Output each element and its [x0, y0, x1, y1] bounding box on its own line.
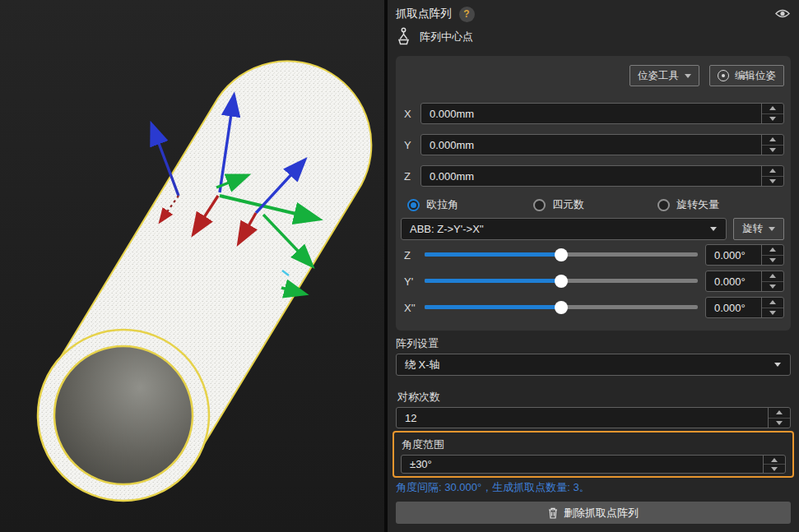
euler-convention-select[interactable]: ABB: Z->Y'->X'' — [401, 218, 727, 240]
symmetry-count-input[interactable]: 12 — [396, 407, 791, 428]
x-spinner — [761, 104, 783, 123]
angle-range-input[interactable]: ±30° — [401, 455, 786, 474]
spin-down-button[interactable] — [764, 465, 785, 473]
array-settings-label: 阵列设置 — [396, 336, 439, 351]
slider-z-value-box[interactable]: 0.000° — [705, 244, 784, 266]
array-center-point-row: 阵列中心点 — [395, 27, 473, 46]
slider-x-value-box[interactable]: 0.000° — [705, 297, 784, 318]
x-value[interactable]: 0.000mm — [421, 104, 761, 123]
slider-fill — [425, 252, 561, 257]
edit-pose-icon — [718, 70, 729, 81]
spin-down-button[interactable] — [762, 282, 783, 292]
rotate-label: 旋转 — [742, 222, 763, 236]
spinner — [768, 408, 790, 428]
y-input[interactable]: 0.000mm — [420, 134, 784, 155]
app-window: 抓取点阵列 ? 阵列中心点 位姿工具 — [0, 0, 799, 532]
grasp-point-icon — [395, 27, 412, 46]
slider-x-value[interactable]: 0.000° — [706, 298, 761, 317]
panel-header: 抓取点阵列 ? — [396, 5, 475, 23]
up-arrow-icon — [776, 410, 783, 414]
radio-rotation-vector[interactable]: 旋转矢量 — [657, 197, 719, 212]
array-axis-select[interactable]: 绕 X-轴 — [396, 354, 791, 376]
angle-range-value[interactable]: ±30° — [402, 456, 763, 473]
spin-down-button[interactable] — [762, 308, 783, 318]
spin-up-button[interactable] — [762, 245, 783, 256]
up-arrow-icon — [769, 300, 776, 304]
down-arrow-icon — [769, 148, 776, 152]
y-spinner — [761, 135, 783, 155]
pose-tools-label: 位姿工具 — [638, 69, 679, 83]
spin-up-button[interactable] — [762, 271, 783, 282]
euler-convention-row: ABB: Z->Y'->X'' 旋转 — [401, 218, 784, 240]
spinner — [763, 456, 785, 473]
visibility-toggle[interactable] — [775, 7, 790, 22]
up-arrow-icon — [769, 169, 776, 173]
spin-down-button[interactable] — [762, 256, 783, 266]
up-arrow-icon — [769, 274, 776, 278]
z-spinner — [761, 166, 783, 186]
slider-y[interactable] — [425, 271, 698, 292]
down-arrow-icon — [769, 179, 776, 183]
up-arrow-icon — [769, 106, 776, 110]
slider-z-label: Z — [404, 249, 425, 261]
spin-up-button[interactable] — [764, 456, 785, 465]
symmetry-count-label: 对称次数 — [397, 390, 440, 405]
down-arrow-icon — [769, 285, 776, 289]
array-axis-value: 绕 X-轴 — [397, 358, 774, 372]
slider-thumb[interactable] — [555, 248, 568, 261]
radio-rotation-vector-label: 旋转矢量 — [676, 197, 719, 212]
radio-unselected-icon — [657, 199, 670, 211]
slider-x[interactable] — [425, 297, 698, 318]
slider-z[interactable] — [425, 244, 698, 266]
z-input[interactable]: 0.000mm — [420, 165, 784, 187]
y-label: Y — [404, 139, 420, 151]
edit-pose-label: 编辑位姿 — [735, 69, 776, 83]
help-icon[interactable]: ? — [459, 7, 475, 22]
radio-unselected-icon — [533, 199, 546, 211]
slider-y-value-box[interactable]: 0.000° — [705, 271, 784, 292]
radio-quaternion[interactable]: 四元数 — [533, 197, 584, 212]
z-value[interactable]: 0.000mm — [421, 166, 761, 186]
spin-up-button[interactable] — [762, 298, 783, 308]
spin-down-button[interactable] — [762, 146, 783, 155]
chevron-down-icon — [769, 227, 775, 231]
down-arrow-icon — [776, 421, 783, 425]
edit-pose-button[interactable]: 编辑位姿 — [709, 65, 784, 86]
radio-quaternion-label: 四元数 — [552, 197, 584, 212]
spin-up-button[interactable] — [762, 104, 783, 114]
slider-y-value[interactable]: 0.000° — [706, 271, 761, 291]
slider-row-z: Z 0.000° — [404, 244, 784, 266]
spin-up-button[interactable] — [762, 135, 783, 146]
slider-row-x: X'' 0.000° — [404, 297, 784, 318]
position-row-z: Z 0.000mm — [404, 165, 784, 187]
position-row-x: X 0.000mm — [404, 103, 784, 124]
spin-up-button[interactable] — [762, 166, 783, 177]
spin-down-button[interactable] — [762, 114, 783, 124]
panel-title: 抓取点阵列 — [396, 7, 452, 21]
radio-selected-icon — [407, 199, 420, 211]
z-label: Z — [404, 170, 420, 183]
pose-tools-button[interactable]: 位姿工具 — [629, 65, 699, 86]
slider-thumb[interactable] — [555, 275, 568, 288]
spin-down-button[interactable] — [769, 419, 790, 428]
radio-euler[interactable]: 欧拉角 — [407, 197, 458, 212]
symmetry-count-value[interactable]: 12 — [397, 408, 768, 428]
down-arrow-icon — [769, 258, 776, 262]
spin-down-button[interactable] — [762, 177, 783, 187]
up-arrow-icon — [769, 137, 776, 141]
slider-x-label: X'' — [404, 302, 425, 314]
slider-row-y: Y' 0.000° — [404, 271, 784, 292]
slider-y-label: Y' — [404, 275, 425, 288]
slider-z-value[interactable]: 0.000° — [706, 245, 761, 265]
spin-up-button[interactable] — [769, 408, 790, 419]
slider-thumb[interactable] — [555, 301, 568, 314]
slider-fill — [425, 305, 561, 309]
down-arrow-icon — [771, 467, 778, 471]
rotate-button[interactable]: 旋转 — [733, 218, 784, 240]
euler-convention-value: ABB: Z->Y'->X'' — [402, 223, 710, 235]
3d-viewport[interactable] — [0, 0, 384, 532]
down-arrow-icon — [769, 117, 776, 121]
y-value[interactable]: 0.000mm — [421, 135, 761, 155]
x-input[interactable]: 0.000mm — [420, 103, 784, 124]
delete-array-button[interactable]: 删除抓取点阵列 — [396, 502, 791, 524]
